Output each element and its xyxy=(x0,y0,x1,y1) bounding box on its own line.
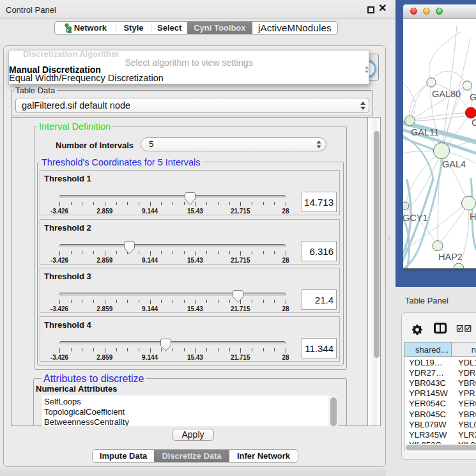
svg-text:H: H xyxy=(470,211,476,222)
svg-text:GAL11: GAL11 xyxy=(411,127,439,137)
svg-text:GAL80: GAL80 xyxy=(432,89,461,99)
svg-text:HAP2: HAP2 xyxy=(438,252,463,262)
svg-text:C: C xyxy=(472,118,476,128)
svg-text:GA: GA xyxy=(470,92,476,102)
svg-text:GAL4: GAL4 xyxy=(442,159,466,169)
svg-text:GCY1: GCY1 xyxy=(403,213,428,223)
